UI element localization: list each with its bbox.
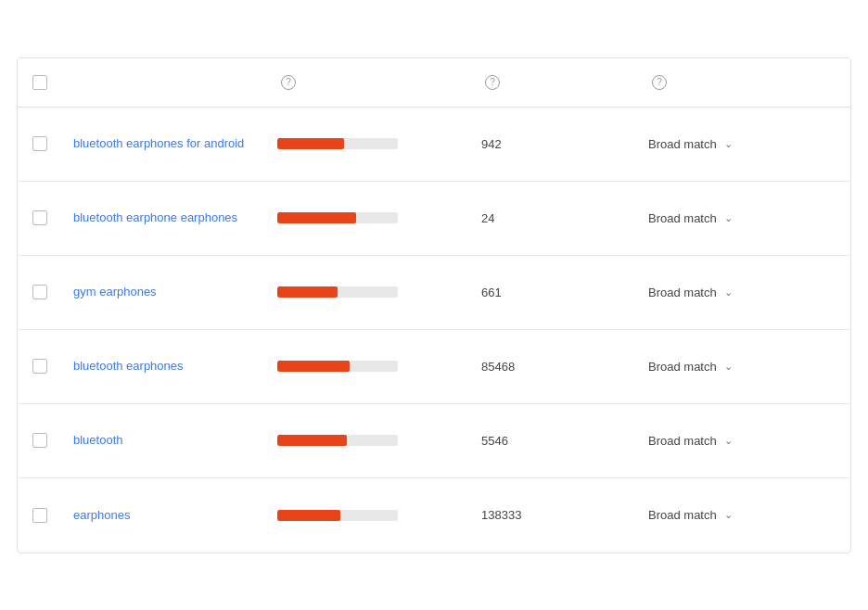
search-volume-cell: 85468 (470, 349, 637, 385)
row-checkbox-cell[interactable] (18, 203, 62, 233)
quality-score-info-icon[interactable]: ? (281, 75, 296, 90)
table-row: gym earphones 661 Broad match ⌄ (18, 256, 850, 330)
quality-score-header: ? (266, 68, 470, 97)
select-all-checkbox-cell[interactable] (18, 68, 62, 97)
keyword-text: earphones (73, 508, 130, 522)
quality-score-cell (266, 201, 470, 235)
quality-score-bar-fill (277, 435, 347, 446)
quality-score-bar-fill (277, 510, 340, 521)
match-type-info-icon[interactable]: ? (652, 75, 667, 90)
quality-score-bar-container (277, 286, 398, 298)
match-type-cell[interactable]: Broad match ⌄ (637, 126, 850, 162)
search-volume-cell: 24 (470, 200, 637, 236)
match-type-value: Broad match (648, 508, 717, 522)
row-checkbox-cell[interactable] (18, 277, 62, 307)
quality-score-cell (266, 275, 470, 309)
search-volume-cell: 138333 (470, 497, 637, 533)
search-volume-cell: 661 (470, 274, 637, 311)
table-row: bluetooth earphones for android 942 Broa… (18, 108, 850, 182)
quality-score-bar-container (277, 138, 398, 149)
table-row: bluetooth earphone earphones 24 Broad ma… (18, 182, 850, 256)
keyword-text: bluetooth earphone earphones (73, 210, 237, 224)
quality-score-bar-container (277, 435, 398, 446)
search-volume-cell: 942 (470, 126, 637, 162)
match-type-chevron-icon[interactable]: ⌄ (724, 138, 733, 150)
quality-score-cell (266, 424, 470, 457)
quality-score-bar-fill (277, 361, 350, 372)
row-checkbox[interactable] (32, 285, 47, 299)
search-volume-value: 85468 (481, 360, 515, 374)
search-volume-value: 661 (481, 286, 502, 299)
keyword-cell: bluetooth earphones for android (62, 123, 266, 164)
match-type-value: Broad match (648, 286, 717, 299)
match-type-cell[interactable]: Broad match ⌄ (637, 274, 850, 311)
search-volume-header: ? (470, 68, 637, 97)
keyword-text: bluetooth earphones for android (73, 136, 244, 150)
match-type-cell[interactable]: Broad match ⌄ (637, 423, 850, 459)
search-volume-info-icon[interactable]: ? (485, 75, 500, 90)
match-type-value: Broad match (648, 137, 717, 151)
match-type-value: Broad match (648, 360, 717, 374)
match-type-chevron-icon[interactable]: ⌄ (724, 212, 733, 224)
quality-score-bar-fill (277, 212, 356, 223)
match-type-chevron-icon[interactable]: ⌄ (724, 509, 733, 521)
search-volume-value: 138333 (481, 508, 521, 522)
match-type-value: Broad match (648, 434, 717, 448)
search-volume-cell: 5546 (470, 423, 637, 459)
quality-score-bar-container (277, 212, 398, 223)
row-checkbox[interactable] (32, 359, 47, 374)
keyword-header (62, 68, 266, 97)
quality-score-cell (266, 349, 470, 383)
select-all-checkbox[interactable] (32, 75, 47, 90)
table-row: bluetooth earphones 85468 Broad match ⌄ (18, 330, 850, 404)
keyword-cell: bluetooth earphones (62, 346, 266, 387)
row-checkbox-cell[interactable] (18, 129, 62, 159)
quality-score-cell (266, 127, 470, 160)
row-checkbox[interactable] (32, 136, 47, 151)
match-type-chevron-icon[interactable]: ⌄ (724, 361, 733, 373)
match-type-cell[interactable]: Broad match ⌄ (637, 497, 850, 533)
row-checkbox-cell[interactable] (18, 501, 62, 530)
quality-score-bar-fill (277, 138, 344, 149)
keyword-cell: bluetooth (62, 420, 266, 461)
match-type-chevron-icon[interactable]: ⌄ (724, 435, 733, 447)
keyword-table: ? ? ? bluetooth earphones for android (17, 57, 851, 553)
keyword-cell: earphones (62, 495, 266, 536)
match-type-header: ? (637, 68, 850, 97)
table-body: bluetooth earphones for android 942 Broa… (18, 108, 850, 553)
match-type-value: Broad match (648, 211, 717, 225)
keyword-cell: gym earphones (62, 272, 266, 312)
match-type-chevron-icon[interactable]: ⌄ (724, 286, 733, 299)
keyword-text: gym earphones (73, 285, 157, 299)
table-row: bluetooth 5546 Broad match ⌄ (18, 404, 850, 478)
quality-score-bar-container (277, 361, 398, 372)
quality-score-bar-fill (277, 286, 338, 298)
search-volume-value: 5546 (481, 434, 508, 448)
row-checkbox[interactable] (32, 433, 47, 448)
search-volume-value: 942 (481, 137, 502, 151)
keyword-cell: bluetooth earphone earphones (62, 197, 266, 238)
row-checkbox-cell[interactable] (18, 426, 62, 455)
keyword-text: bluetooth (73, 433, 123, 447)
keyword-text: bluetooth earphones (73, 359, 184, 373)
match-type-cell[interactable]: Broad match ⌄ (637, 349, 850, 385)
table-row: earphones 138333 Broad match ⌄ (18, 478, 850, 553)
row-checkbox-cell[interactable] (18, 351, 62, 381)
match-type-cell[interactable]: Broad match ⌄ (637, 200, 850, 236)
search-volume-value: 24 (481, 211, 494, 225)
row-checkbox[interactable] (32, 508, 47, 523)
table-header-row: ? ? ? (18, 58, 850, 108)
row-checkbox[interactable] (32, 210, 47, 225)
quality-score-bar-container (277, 510, 398, 521)
quality-score-cell (266, 499, 470, 532)
